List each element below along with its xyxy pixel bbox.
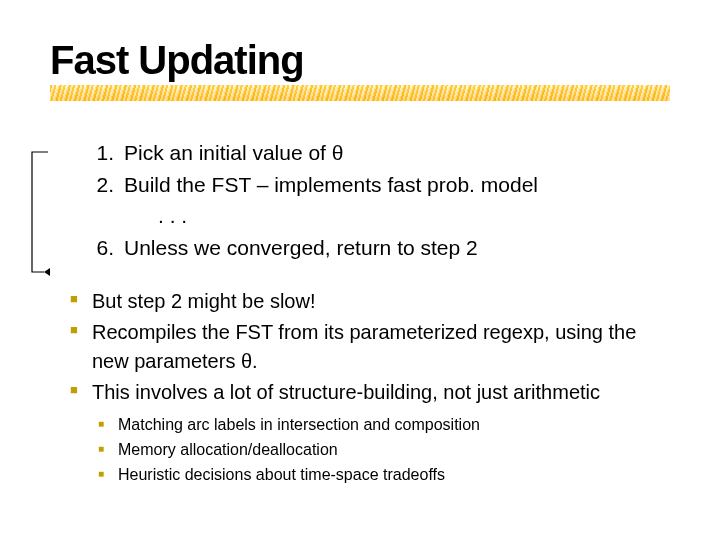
bullet-text: This involves a lot of structure-buildin… xyxy=(92,378,600,407)
bullet-text: Recompiles the FST from its parameterize… xyxy=(92,318,670,376)
bullet-text: But step 2 might be slow! xyxy=(92,287,315,316)
square-bullet-icon: ■ xyxy=(98,463,118,487)
subbullet-text: Memory allocation/deallocation xyxy=(118,438,338,462)
subbullet-text: Heuristic decisions about time-space tra… xyxy=(118,463,445,487)
list-item: ■Memory allocation/deallocation xyxy=(98,438,670,462)
square-bullet-icon: ■ xyxy=(98,438,118,462)
title-underline xyxy=(50,85,670,103)
step-1: 1. Pick an initial value of θ xyxy=(90,137,670,169)
step-number: 1. xyxy=(90,137,124,169)
list-item: ■Heuristic decisions about time-space tr… xyxy=(98,463,670,487)
square-bullet-icon: ■ xyxy=(70,318,92,376)
slide-title: Fast Updating xyxy=(50,38,670,83)
step-6: 6. Unless we converged, return to step 2 xyxy=(90,232,670,264)
slide: Fast Updating 1. Pick an initial value o… xyxy=(0,0,720,540)
step-number: 2. xyxy=(90,169,124,201)
step-ellipsis: . . . xyxy=(90,200,670,232)
numbered-steps: 1. Pick an initial value of θ 2. Build t… xyxy=(50,137,670,263)
title-block: Fast Updating xyxy=(50,38,670,103)
ellipsis: . . . xyxy=(124,200,670,232)
square-bullet-icon: ■ xyxy=(98,413,118,437)
step-number: 6. xyxy=(90,232,124,264)
bullet-list-level2: ■Matching arc labels in intersection and… xyxy=(50,413,670,487)
step-text: Pick an initial value of θ xyxy=(124,137,670,169)
square-bullet-icon: ■ xyxy=(70,378,92,407)
loop-arrow-icon xyxy=(26,148,50,280)
list-item: ■But step 2 might be slow! xyxy=(70,287,670,316)
step-text: Build the FST – implements fast prob. mo… xyxy=(124,169,670,201)
content: 1. Pick an initial value of θ 2. Build t… xyxy=(50,137,670,487)
list-item: ■Matching arc labels in intersection and… xyxy=(98,413,670,437)
square-bullet-icon: ■ xyxy=(70,287,92,316)
list-item: ■This involves a lot of structure-buildi… xyxy=(70,378,670,407)
subbullet-text: Matching arc labels in intersection and … xyxy=(118,413,480,437)
step-2: 2. Build the FST – implements fast prob.… xyxy=(90,169,670,201)
list-item: ■Recompiles the FST from its parameteriz… xyxy=(70,318,670,376)
bullet-list-level1: ■But step 2 might be slow! ■Recompiles t… xyxy=(50,287,670,407)
step-text: Unless we converged, return to step 2 xyxy=(124,232,670,264)
